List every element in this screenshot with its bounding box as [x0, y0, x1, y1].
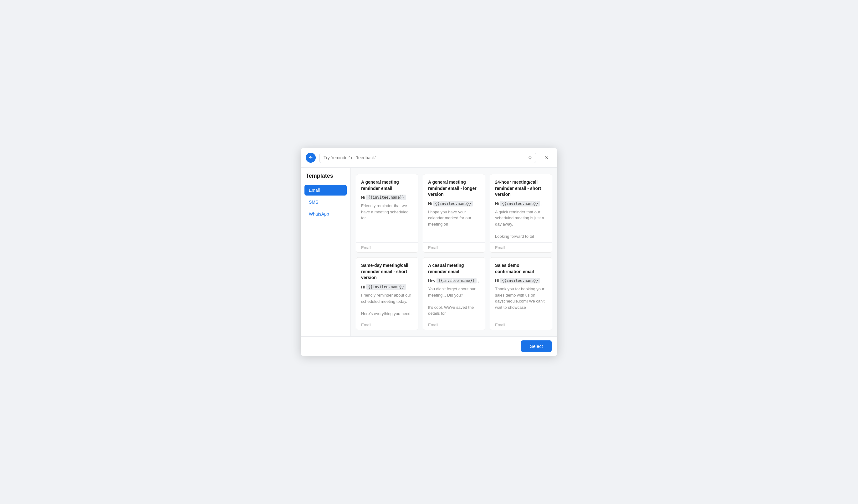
invitee-tag: {{invitee.name}}	[500, 278, 540, 283]
card-type: Email	[490, 320, 552, 330]
sidebar-item-whatsapp[interactable]: WhatsApp	[304, 209, 347, 219]
card-greeting: Hi {{invitee.name}} ,	[361, 195, 413, 200]
invitee-tag: {{invitee.name}}	[500, 201, 540, 207]
card-type: Email	[490, 242, 552, 253]
card-body: A general meeting reminder email Hi {{in…	[356, 174, 418, 242]
greeting-prefix: Hi	[361, 285, 365, 289]
card-title: A general meeting reminder email - longe…	[428, 179, 480, 198]
card-type: Email	[423, 242, 485, 253]
search-icon: ⚲	[528, 155, 532, 161]
card-greeting: Hi {{invitee.name}} ,	[361, 284, 413, 290]
invitee-tag: {{invitee.name}}	[366, 284, 406, 290]
modal-body: Templates Email SMS WhatsApp A general m…	[301, 168, 557, 336]
greeting-suffix: ,	[478, 278, 479, 283]
card-type: Email	[356, 242, 418, 253]
card-body: 24-hour meeting/call reminder email - sh…	[490, 174, 552, 242]
card-type: Email	[423, 320, 485, 330]
template-card[interactable]: Sales demo confirmation email Hi {{invit…	[490, 257, 552, 330]
card-greeting: Hi {{invitee.name}} ,	[428, 201, 480, 207]
template-card[interactable]: Same-day meeting/call reminder email - s…	[356, 257, 418, 330]
greeting-prefix: Hi	[495, 201, 499, 206]
sidebar-title: Templates	[304, 173, 347, 179]
card-type: Email	[356, 320, 418, 330]
template-card[interactable]: A general meeting reminder email Hi {{in…	[356, 174, 418, 253]
modal-footer: Select	[301, 336, 557, 356]
sidebar: Templates Email SMS WhatsApp	[301, 168, 351, 336]
template-card[interactable]: 24-hour meeting/call reminder email - sh…	[490, 174, 552, 253]
back-button[interactable]	[306, 153, 316, 163]
card-title: Sales demo confirmation email	[495, 262, 547, 275]
template-card[interactable]: A casual meeting reminder email Hey {{in…	[423, 257, 485, 330]
card-preview: A quick reminder that our scheduled meet…	[495, 209, 547, 240]
greeting-suffix: ,	[408, 285, 409, 289]
sidebar-item-sms[interactable]: SMS	[304, 197, 347, 207]
greeting-prefix: Hey	[428, 278, 435, 283]
card-body: Sales demo confirmation email Hi {{invit…	[490, 258, 552, 320]
invitee-tag: {{invitee.name}}	[433, 201, 473, 207]
greeting-suffix: ,	[474, 201, 476, 206]
greeting-prefix: Hi	[428, 201, 432, 206]
greeting-prefix: Hi	[361, 195, 365, 200]
card-preview: Thank you for booking your sales demo wi…	[495, 286, 547, 310]
card-preview: I hope you have your calendar marked for…	[428, 209, 480, 227]
card-body: A general meeting reminder email - longe…	[423, 174, 485, 242]
card-body: Same-day meeting/call reminder email - s…	[356, 258, 418, 320]
select-button[interactable]: Select	[521, 340, 552, 352]
card-greeting: Hey {{invitee.name}} ,	[428, 278, 480, 283]
greeting-suffix: ,	[541, 278, 543, 283]
search-box: ⚲	[319, 153, 536, 163]
card-greeting: Hi {{invitee.name}} ,	[495, 278, 547, 283]
card-preview: You didn't forget about our meeting... D…	[428, 286, 480, 316]
card-title: A casual meeting reminder email	[428, 262, 480, 275]
card-title: A general meeting reminder email	[361, 179, 413, 192]
cards-grid: A general meeting reminder email Hi {{in…	[356, 174, 552, 330]
greeting-suffix: ,	[408, 195, 409, 200]
card-title: 24-hour meeting/call reminder email - sh…	[495, 179, 547, 198]
sidebar-item-email[interactable]: Email	[304, 185, 347, 196]
modal-header: ⚲ ×	[301, 148, 557, 168]
template-card[interactable]: A general meeting reminder email - longe…	[423, 174, 485, 253]
search-input[interactable]	[323, 155, 526, 160]
close-button[interactable]: ×	[542, 153, 551, 163]
card-title: Same-day meeting/call reminder email - s…	[361, 262, 413, 281]
greeting-suffix: ,	[541, 201, 543, 206]
greeting-prefix: Hi	[495, 278, 499, 283]
invitee-tag: {{invitee.name}}	[436, 278, 477, 283]
card-preview: Friendly reminder about our scheduled me…	[361, 292, 413, 316]
invitee-tag: {{invitee.name}}	[366, 195, 406, 200]
card-body: A casual meeting reminder email Hey {{in…	[423, 258, 485, 320]
card-preview: Friendly reminder that we have a meeting…	[361, 203, 413, 221]
main-content: A general meeting reminder email Hi {{in…	[351, 168, 557, 336]
templates-modal: ⚲ × Templates Email SMS WhatsApp A gener…	[301, 148, 557, 356]
card-greeting: Hi {{invitee.name}} ,	[495, 201, 547, 207]
